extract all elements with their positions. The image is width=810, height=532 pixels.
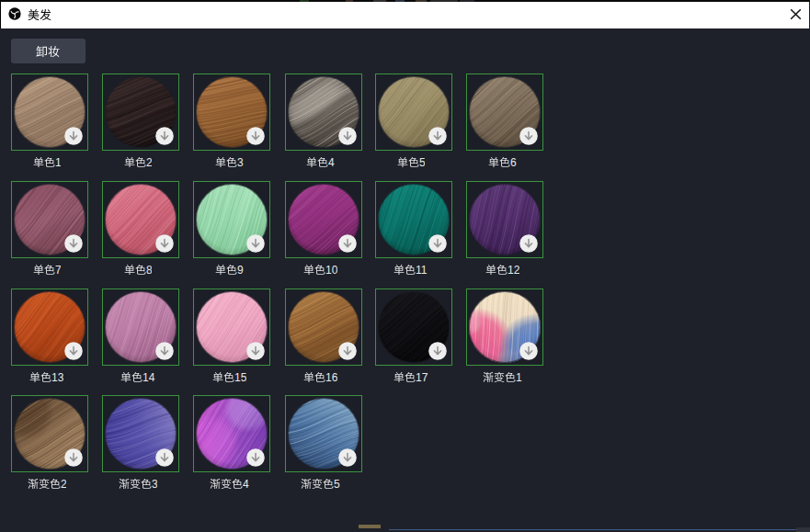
svg-text:4: 4 xyxy=(328,156,335,169)
svg-text:16: 16 xyxy=(325,371,337,384)
svg-text:8: 8 xyxy=(146,264,153,277)
svg-text:1: 1 xyxy=(55,156,62,169)
svg-text:6: 6 xyxy=(510,156,517,169)
svg-text:5: 5 xyxy=(419,156,426,169)
svg-text:3: 3 xyxy=(237,156,244,169)
svg-text:5: 5 xyxy=(334,478,340,491)
svg-text:3: 3 xyxy=(152,478,158,491)
svg-text:4: 4 xyxy=(243,478,249,491)
svg-text:13: 13 xyxy=(51,371,63,384)
svg-text:9: 9 xyxy=(237,264,244,277)
svg-text:12: 12 xyxy=(508,264,519,277)
svg-text:2: 2 xyxy=(146,156,153,169)
svg-text:10: 10 xyxy=(325,264,337,277)
svg-text:1: 1 xyxy=(516,371,522,384)
svg-text:17: 17 xyxy=(416,371,428,384)
svg-text:14: 14 xyxy=(143,371,154,384)
svg-text:2: 2 xyxy=(61,478,67,491)
svg-text:15: 15 xyxy=(234,371,246,384)
svg-text:11: 11 xyxy=(416,264,428,277)
svg-text:7: 7 xyxy=(55,264,62,277)
